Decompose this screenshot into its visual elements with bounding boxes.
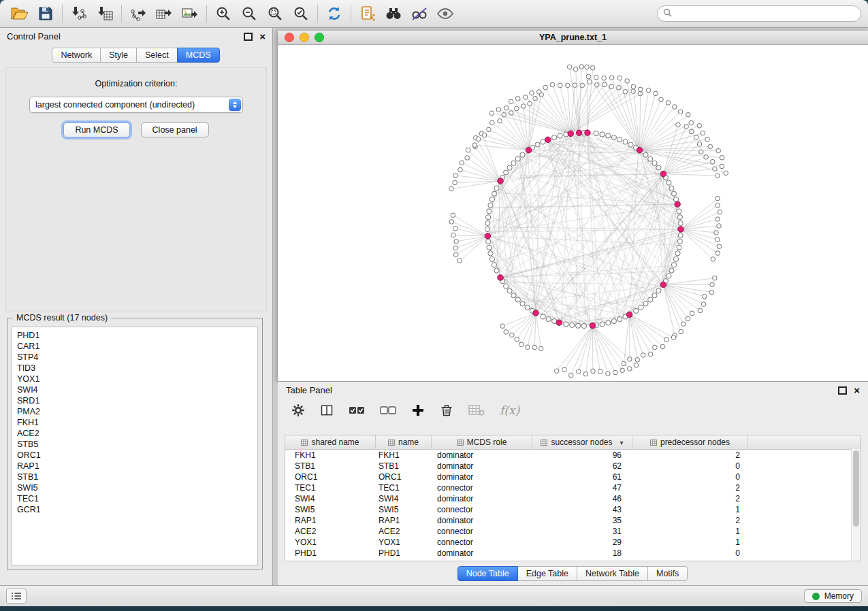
- float-table-panel-icon[interactable]: [838, 386, 847, 395]
- network-node[interactable]: [677, 245, 681, 250]
- window-minimize-button[interactable]: [300, 33, 309, 42]
- export-image-icon[interactable]: [177, 3, 203, 24]
- tab-node-table[interactable]: Node Table: [457, 566, 518, 581]
- network-node[interactable]: [511, 293, 516, 298]
- network-node[interactable]: [583, 371, 588, 376]
- eye-icon[interactable]: [432, 3, 458, 24]
- network-node[interactable]: [631, 84, 636, 89]
- network-node[interactable]: [496, 108, 501, 112]
- network-node[interactable]: [666, 180, 671, 185]
- mcds-result-item[interactable]: CAR1: [17, 341, 253, 352]
- mcds-result-list[interactable]: PHD1CAR1STP4TID3YOX1SWI4SRD1PMA2FKH1ACE2…: [12, 327, 258, 565]
- table-row[interactable]: PHD1PHD1dominator180: [285, 548, 861, 559]
- network-node[interactable]: [639, 305, 643, 310]
- network-node[interactable]: [511, 161, 516, 165]
- tab-style[interactable]: Style: [100, 48, 137, 63]
- network-node[interactable]: [573, 67, 578, 72]
- criterion-dropdown[interactable]: largest connected component (undirected): [29, 97, 243, 113]
- network-node[interactable]: [617, 137, 622, 142]
- mcds-result-item[interactable]: TID3: [17, 363, 253, 374]
- network-node[interactable]: [715, 237, 720, 242]
- network-node[interactable]: [666, 101, 671, 105]
- network-node[interactable]: [594, 131, 598, 136]
- network-node[interactable]: [586, 74, 591, 79]
- network-node[interactable]: [669, 268, 674, 273]
- network-node[interactable]: [611, 135, 616, 139]
- network-node[interactable]: [602, 82, 607, 87]
- network-node[interactable]: [675, 251, 680, 256]
- select-all-rows-icon[interactable]: [349, 403, 365, 417]
- network-node[interactable]: [704, 155, 709, 160]
- network-node[interactable]: [449, 220, 454, 225]
- network-node[interactable]: [698, 150, 703, 154]
- network-hub-node[interactable]: [526, 147, 531, 152]
- network-node[interactable]: [449, 186, 454, 191]
- network-node[interactable]: [705, 137, 710, 142]
- network-node[interactable]: [466, 148, 470, 152]
- network-node[interactable]: [575, 323, 580, 328]
- network-node[interactable]: [494, 268, 499, 273]
- network-node[interactable]: [541, 314, 545, 319]
- network-node[interactable]: [489, 111, 494, 116]
- network-node[interactable]: [594, 75, 598, 80]
- network-node[interactable]: [634, 363, 639, 367]
- network-node[interactable]: [472, 143, 477, 148]
- import-table-icon[interactable]: [92, 3, 118, 24]
- mcds-result-item[interactable]: YOX1: [17, 374, 253, 384]
- tab-select[interactable]: Select: [136, 48, 178, 63]
- network-node[interactable]: [697, 123, 702, 128]
- network-node[interactable]: [520, 152, 525, 157]
- network-node[interactable]: [669, 186, 674, 191]
- network-node[interactable]: [648, 352, 653, 357]
- network-node[interactable]: [709, 290, 714, 295]
- network-node[interactable]: [686, 112, 691, 117]
- network-node[interactable]: [627, 367, 632, 371]
- vertical-splitter[interactable]: [273, 28, 278, 586]
- network-node[interactable]: [488, 203, 493, 208]
- mcds-result-item[interactable]: FKH1: [17, 417, 253, 428]
- zoom-fit-icon[interactable]: [262, 3, 288, 24]
- network-hub-node[interactable]: [576, 130, 581, 135]
- refresh-icon[interactable]: [321, 3, 347, 24]
- network-hub-node[interactable]: [498, 178, 503, 184]
- network-node[interactable]: [606, 320, 611, 325]
- network-node[interactable]: [458, 167, 463, 172]
- network-node[interactable]: [521, 104, 526, 109]
- table-scrollbar[interactable]: [851, 449, 861, 561]
- export-network-icon[interactable]: [125, 3, 151, 24]
- network-node[interactable]: [519, 342, 524, 347]
- network-node[interactable]: [487, 209, 492, 214]
- network-node[interactable]: [646, 88, 651, 93]
- network-node[interactable]: [520, 301, 525, 306]
- network-node[interactable]: [659, 97, 664, 102]
- network-node[interactable]: [489, 197, 494, 202]
- network-node[interactable]: [677, 215, 682, 220]
- network-node[interactable]: [690, 129, 694, 134]
- network-node[interactable]: [718, 210, 722, 214]
- network-node[interactable]: [678, 233, 683, 237]
- tab-network[interactable]: Network: [52, 48, 101, 63]
- network-node[interactable]: [492, 263, 496, 267]
- network-node[interactable]: [677, 239, 682, 244]
- network-node[interactable]: [515, 97, 520, 101]
- network-node[interactable]: [720, 155, 724, 160]
- network-node[interactable]: [620, 368, 625, 373]
- network-hub-node[interactable]: [533, 310, 539, 316]
- mcds-result-item[interactable]: STB5: [17, 439, 253, 450]
- network-node[interactable]: [641, 353, 645, 358]
- network-node[interactable]: [510, 333, 515, 337]
- network-node[interactable]: [489, 120, 494, 125]
- mcds-result-item[interactable]: SRD1: [17, 395, 253, 406]
- network-node[interactable]: [525, 305, 530, 310]
- network-node[interactable]: [716, 196, 720, 201]
- network-node[interactable]: [507, 288, 512, 293]
- network-node[interactable]: [716, 148, 721, 153]
- network-node[interactable]: [676, 122, 681, 127]
- network-node[interactable]: [482, 133, 487, 137]
- network-node[interactable]: [698, 308, 703, 313]
- network-node[interactable]: [486, 239, 491, 244]
- network-node[interactable]: [671, 263, 676, 267]
- network-hub-node[interactable]: [485, 233, 490, 239]
- mcds-result-item[interactable]: ORC1: [17, 450, 253, 461]
- network-node[interactable]: [504, 284, 509, 288]
